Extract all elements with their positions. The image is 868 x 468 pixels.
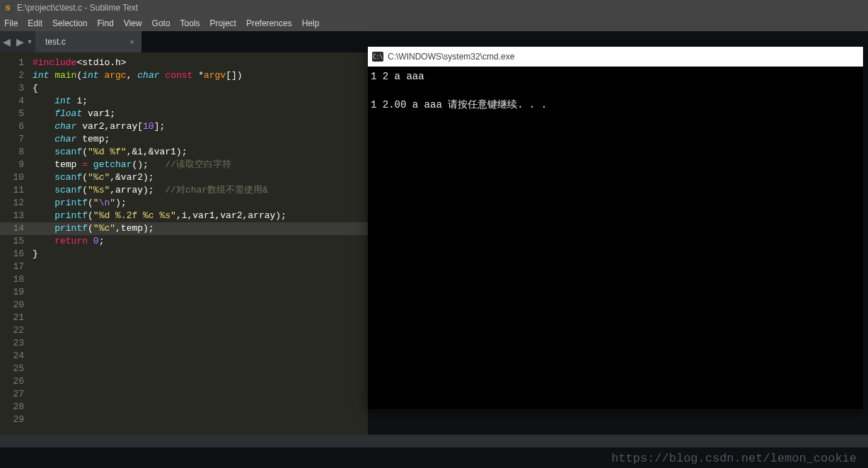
line-number: 19 [0, 286, 24, 299]
window-title: E:\project\c\test.c - Sublime Text [17, 3, 138, 13]
code-line[interactable] [33, 401, 368, 413]
line-number: 8 [0, 146, 24, 159]
code-line[interactable]: int main(int argc, char const *argv[]) [33, 69, 368, 82]
line-number: 28 [0, 401, 24, 413]
menu-find[interactable]: Find [97, 18, 113, 28]
tab-label: test.c [45, 37, 66, 47]
line-number: 11 [0, 184, 24, 197]
line-number: 16 [0, 248, 24, 261]
code-line[interactable]: return 0; [33, 235, 368, 248]
code-line[interactable]: float var1; [33, 108, 368, 120]
cmd-title-bar[interactable]: C:\ C:\WINDOWS\system32\cmd.exe [368, 47, 863, 67]
code-area[interactable]: #include<stdio.h>int main(int argc, char… [33, 52, 368, 435]
line-number: 7 [0, 133, 24, 146]
line-number: 3 [0, 82, 24, 95]
line-number: 2 [0, 69, 24, 82]
code-line[interactable] [33, 413, 368, 426]
menu-preferences[interactable]: Preferences [246, 18, 292, 28]
line-number: 10 [0, 171, 24, 184]
code-line[interactable] [33, 324, 368, 337]
code-line[interactable]: #include<stdio.h> [33, 57, 368, 69]
cmd-icon: C:\ [372, 52, 383, 62]
line-number: 17 [0, 261, 24, 273]
line-number: 5 [0, 108, 24, 120]
code-line[interactable]: int i; [33, 95, 368, 108]
code-line[interactable]: char temp; [33, 133, 368, 146]
nav-back-icon[interactable]: ◀ [3, 36, 11, 47]
line-number: 18 [0, 273, 24, 286]
code-line[interactable]: { [33, 82, 368, 95]
line-number: 15 [0, 235, 24, 248]
code-line[interactable]: scanf("%c",&var2); [33, 171, 368, 184]
code-line[interactable]: printf("\n"); [33, 197, 368, 210]
cmd-window: C:\ C:\WINDOWS\system32\cmd.exe 1 2 a aa… [368, 47, 863, 409]
code-line[interactable] [33, 299, 368, 312]
line-gutter: 1234567891011121314151617181920212223242… [0, 52, 33, 435]
menu-view[interactable]: View [124, 18, 142, 28]
line-number: 25 [0, 363, 24, 375]
svg-text:S: S [6, 4, 10, 11]
watermark-url: https://blog.csdn.net/lemon_cookie [611, 452, 857, 465]
menu-edit[interactable]: Edit [28, 18, 42, 28]
code-line[interactable]: } [33, 248, 368, 261]
status-bar [0, 435, 868, 447]
tab-bar: test.c× [35, 31, 141, 52]
code-line[interactable] [33, 337, 368, 350]
menu-selection[interactable]: Selection [52, 18, 87, 28]
menu-file[interactable]: File [4, 18, 18, 28]
title-bar: S E:\project\c\test.c - Sublime Text [0, 0, 868, 16]
line-number: 9 [0, 159, 24, 171]
nav-forward-icon[interactable]: ▶ [16, 36, 24, 47]
menu-project[interactable]: Project [210, 18, 236, 28]
line-number: 12 [0, 197, 24, 210]
code-line[interactable]: printf("%c",temp); [33, 222, 368, 235]
close-icon[interactable]: × [130, 38, 134, 46]
cmd-line: 1 2.00 a aaa 请按任意键继续. . . [371, 98, 860, 112]
code-line[interactable]: char var2,array[10]; [33, 120, 368, 133]
tab-test-c[interactable]: test.c× [35, 31, 141, 52]
line-number: 23 [0, 337, 24, 350]
tab-history-controls: ◀ ▶ ▼ [0, 31, 35, 52]
code-line[interactable]: scanf("%s",array); //对char数组不需使用& [33, 184, 368, 197]
code-editor[interactable]: 1234567891011121314151617181920212223242… [0, 52, 368, 435]
menu-goto[interactable]: Goto [152, 18, 170, 28]
line-number: 1 [0, 57, 24, 69]
menu-tools[interactable]: Tools [180, 18, 200, 28]
cmd-title-text: C:\WINDOWS\system32\cmd.exe [388, 52, 514, 62]
code-line[interactable]: scanf("%d %f",&i,&var1); [33, 146, 368, 159]
line-number: 21 [0, 312, 24, 324]
line-number: 24 [0, 350, 24, 363]
line-number: 27 [0, 388, 24, 401]
app-icon: S [3, 3, 13, 13]
nav-dropdown-icon[interactable]: ▼ [27, 38, 33, 45]
line-number: 4 [0, 95, 24, 108]
cmd-line [371, 84, 860, 98]
line-number: 29 [0, 413, 24, 426]
code-line[interactable] [33, 350, 368, 363]
line-number: 13 [0, 210, 24, 222]
menu-bar: FileEditSelectionFindViewGotoToolsProjec… [0, 16, 868, 31]
code-line[interactable] [33, 273, 368, 286]
line-number: 6 [0, 120, 24, 133]
code-line[interactable] [33, 261, 368, 273]
code-line[interactable] [33, 375, 368, 388]
line-number: 26 [0, 375, 24, 388]
code-line[interactable] [33, 286, 368, 299]
code-line[interactable] [33, 363, 368, 375]
cmd-output[interactable]: 1 2 a aaa 1 2.00 a aaa 请按任意键继续. . . [368, 67, 863, 115]
code-line[interactable]: temp = getchar(); //读取空白字符 [33, 159, 368, 171]
line-number: 20 [0, 299, 24, 312]
cmd-line: 1 2 a aaa [371, 69, 860, 84]
code-line[interactable]: printf("%d %.2f %c %s",i,var1,var2,array… [33, 210, 368, 222]
line-number: 22 [0, 324, 24, 337]
line-number: 14 [0, 222, 33, 235]
menu-help[interactable]: Help [302, 18, 320, 28]
code-line[interactable] [33, 388, 368, 401]
code-line[interactable] [33, 312, 368, 324]
